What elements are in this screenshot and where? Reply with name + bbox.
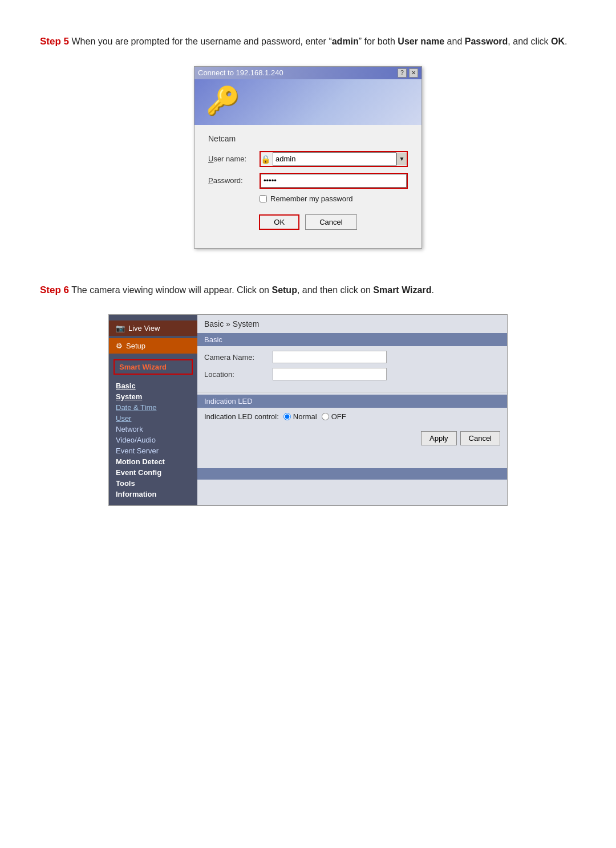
motion-detect-label: Motion Detect [116,457,165,466]
breadcrumb: Basic » System [197,315,507,333]
camera-ui-wrap: 📷 Live View ⚙ Setup Smart Wizard Basic S… [40,314,576,506]
led-control-row: Indication LED control: Normal OFF [197,408,507,425]
password-field: Password: [208,173,408,189]
password-label: Password: [208,176,260,185]
sidebar-item-network[interactable]: Network [109,424,197,435]
sidebar-item-event-config[interactable]: Event Config [109,467,197,478]
login-dialog: Connect to 192.168.1.240 ? ✕ 🔑 Netcam Us… [194,66,422,249]
sidebar-item-user[interactable]: User [109,413,197,424]
dialog-buttons: OK Cancel [208,214,408,239]
setup-label: Setup [126,342,145,350]
video-audio-label: Video/Audio [116,436,156,444]
remember-password-label: Remember my password [270,194,353,203]
dialog-close-button[interactable]: ✕ [409,68,418,78]
location-input[interactable] [273,368,387,380]
sidebar-item-tools[interactable]: Tools [109,478,197,489]
username-input[interactable] [273,152,396,166]
sidebar-item-video-audio[interactable]: Video/Audio [109,435,197,445]
username-input-wrap: 🔒 ▼ [260,151,408,167]
divider1 [197,392,507,392]
tools-label: Tools [116,479,135,488]
step5-text: When you are prompted for the username a… [69,36,567,46]
main-content: Basic » System Basic Camera Name: Locati… [197,315,507,505]
action-bar: Apply Cancel [197,425,507,451]
camera-name-row: Camera Name: [204,351,500,363]
led-off-label: OFF [331,412,346,421]
step6-heading: Step 6 The camera viewing window will ap… [40,283,576,298]
apply-button[interactable]: Apply [421,431,457,445]
led-section-header: Indication LED [197,395,507,408]
sidebar-item-datetime[interactable]: Date & Time [109,402,197,413]
led-normal-label: Normal [293,412,317,421]
basic-form: Camera Name: Location: [197,346,507,389]
dialog-title: Connect to 192.168.1.240 [198,68,283,77]
camera-ui: 📷 Live View ⚙ Setup Smart Wizard Basic S… [108,314,508,506]
step5-heading: Step 5 When you are prompted for the use… [40,34,576,49]
dialog-banner: 🔑 [194,79,422,125]
led-off-option[interactable]: OFF [322,412,346,421]
network-label: Network [116,425,143,433]
location-row: Location: [204,368,500,380]
remember-password-checkbox[interactable] [260,195,267,202]
led-normal-radio[interactable] [283,413,291,420]
sidebar-item-setup[interactable]: ⚙ Setup [109,338,197,354]
step5-number: Step 5 [40,36,69,47]
step6-text: The camera viewing window will appear. C… [69,285,434,295]
system-label: System [116,392,142,401]
login-dialog-wrap: Connect to 192.168.1.240 ? ✕ 🔑 Netcam Us… [40,66,576,249]
password-input[interactable] [261,174,407,188]
username-field: User name: 🔒 ▼ [208,151,408,167]
sidebar-item-event-server[interactable]: Event Server [109,445,197,456]
cancel-button[interactable]: Cancel [460,431,500,445]
sidebar-item-smart-wizard[interactable]: Smart Wizard [114,359,193,375]
username-dropdown-arrow[interactable]: ▼ [396,153,407,165]
remember-password-row: Remember my password [260,194,408,203]
camera-icon: 📷 [116,324,125,332]
event-config-label: Event Config [116,468,161,477]
dialog-titlebar: Connect to 192.168.1.240 ? ✕ [194,67,422,79]
sidebar-item-liveview[interactable]: 📷 Live View [109,320,197,336]
dialog-body: Netcam User name: 🔒 ▼ Password: Remember… [194,125,422,248]
spacer [197,451,507,468]
sidebar: 📷 Live View ⚙ Setup Smart Wizard Basic S… [109,315,197,505]
ok-button[interactable]: OK [259,214,299,230]
step6-number: Step 6 [40,285,69,295]
event-server-label: Event Server [116,447,159,455]
user-label: User [116,414,131,423]
led-normal-option[interactable]: Normal [283,412,317,421]
smart-wizard-label: Smart Wizard [119,363,167,371]
sidebar-item-information[interactable]: Information [109,489,197,500]
bottom-bar [197,468,507,480]
sidebar-item-system[interactable]: System [109,391,197,402]
led-off-radio[interactable] [322,413,329,420]
key-icon: 🔑 [206,85,240,117]
basic-section-header: Basic [197,333,507,346]
basic-label: Basic [116,382,136,390]
username-label: User name: [208,155,260,163]
dialog-help-button[interactable]: ? [398,68,407,78]
sidebar-item-basic[interactable]: Basic [109,380,197,391]
cancel-button[interactable]: Cancel [305,214,356,230]
dialog-titlebar-controls: ? ✕ [398,68,418,78]
information-label: Information [116,490,157,498]
liveview-label: Live View [128,324,160,332]
camera-name-input[interactable] [273,351,387,363]
sidebar-item-motion-detect[interactable]: Motion Detect [109,456,197,467]
user-icon: 🔒 [261,155,270,164]
dialog-appname: Netcam [208,134,408,143]
password-input-wrap [260,173,408,189]
camera-name-label: Camera Name: [204,353,273,362]
location-label: Location: [204,370,273,379]
datetime-label: Date & Time [116,403,157,412]
setup-icon: ⚙ [116,342,123,350]
led-label: Indication LED control: [204,412,279,421]
